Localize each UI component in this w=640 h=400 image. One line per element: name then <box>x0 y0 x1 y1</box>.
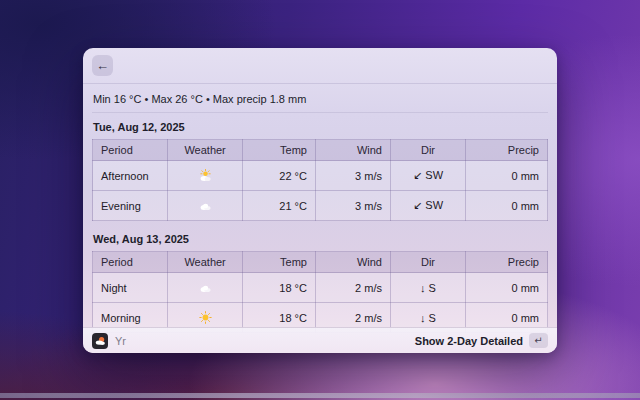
wind-cell: 3 m/s <box>315 191 390 221</box>
col-header-dir: Dir <box>390 252 465 273</box>
col-header-precip: Precip <box>466 140 548 161</box>
table-header-row: Period Weather Temp Wind Dir Precip <box>93 252 548 273</box>
temp-cell: 21 °C <box>243 191 316 221</box>
enter-key-badge: ↵ <box>529 333 548 348</box>
dir-cell: ↙ SW <box>390 191 465 221</box>
wind-cell: 3 m/s <box>315 161 390 191</box>
col-header-temp: Temp <box>243 140 316 161</box>
col-header-weather: Weather <box>168 252 243 273</box>
col-header-wind: Wind <box>315 140 390 161</box>
day-title-tue: Tue, Aug 12, 2025 <box>92 121 548 133</box>
forecast-table-wed: Period Weather Temp Wind Dir Precip Nigh… <box>92 251 548 333</box>
table-row: Afternoon 22 °C 3 m/s ↙ SW 0 mm <box>93 161 548 191</box>
app-chip: Yr <box>92 333 126 349</box>
period-cell: Afternoon <box>93 161 168 191</box>
footer-bar: Yr Show 2-Day Detailed ↵ <box>83 327 557 353</box>
temp-cell: 22 °C <box>243 161 316 191</box>
table-row: Evening 21 °C 3 m/s ↙ SW 0 mm <box>93 191 548 221</box>
col-header-weather: Weather <box>168 140 243 161</box>
precip-cell: 0 mm <box>466 161 548 191</box>
wind-cell: 2 m/s <box>315 273 390 303</box>
wallpaper-horizon-band <box>0 393 640 398</box>
col-header-temp: Temp <box>243 252 316 273</box>
day-title-wed: Wed, Aug 13, 2025 <box>92 233 548 245</box>
action-label: Show 2-Day Detailed <box>415 335 523 347</box>
weather-cell <box>168 161 243 191</box>
weather-cell <box>168 273 243 303</box>
return-key-icon: ↵ <box>534 335 542 346</box>
col-header-period: Period <box>93 140 168 161</box>
forecast-table-tue: Period Weather Temp Wind Dir Precip Afte… <box>92 139 548 221</box>
period-cell: Night <box>93 273 168 303</box>
col-header-wind: Wind <box>315 252 390 273</box>
cloud-icon <box>198 281 213 294</box>
show-2-day-detailed-action[interactable]: Show 2-Day Detailed ↵ <box>415 333 548 348</box>
sun-behind-cloud-icon <box>198 169 213 182</box>
period-cell: Evening <box>93 191 168 221</box>
back-arrow-icon: ← <box>96 58 109 73</box>
col-header-period: Period <box>93 252 168 273</box>
col-header-dir: Dir <box>390 140 465 161</box>
dir-cell: ↓ S <box>390 273 465 303</box>
col-header-precip: Precip <box>466 252 548 273</box>
cloud-icon <box>198 199 213 212</box>
precip-cell: 0 mm <box>466 273 548 303</box>
app-name-label: Yr <box>115 335 126 347</box>
yr-app-icon <box>92 333 108 349</box>
table-row: Night 18 °C 2 m/s ↓ S 0 mm <box>93 273 548 303</box>
window-header: ← <box>83 48 557 84</box>
weather-cell <box>168 191 243 221</box>
forecast-summary: Min 16 °C • Max 26 °C • Max precip 1.8 m… <box>92 85 548 113</box>
precip-cell: 0 mm <box>466 191 548 221</box>
content-area: Min 16 °C • Max 26 °C • Max precip 1.8 m… <box>83 85 557 353</box>
dir-cell: ↙ SW <box>390 161 465 191</box>
table-header-row: Period Weather Temp Wind Dir Precip <box>93 140 548 161</box>
temp-cell: 18 °C <box>243 273 316 303</box>
sun-icon <box>198 311 213 324</box>
back-button[interactable]: ← <box>92 55 113 76</box>
weather-app-window: ← Min 16 °C • Max 26 °C • Max precip 1.8… <box>83 48 557 353</box>
